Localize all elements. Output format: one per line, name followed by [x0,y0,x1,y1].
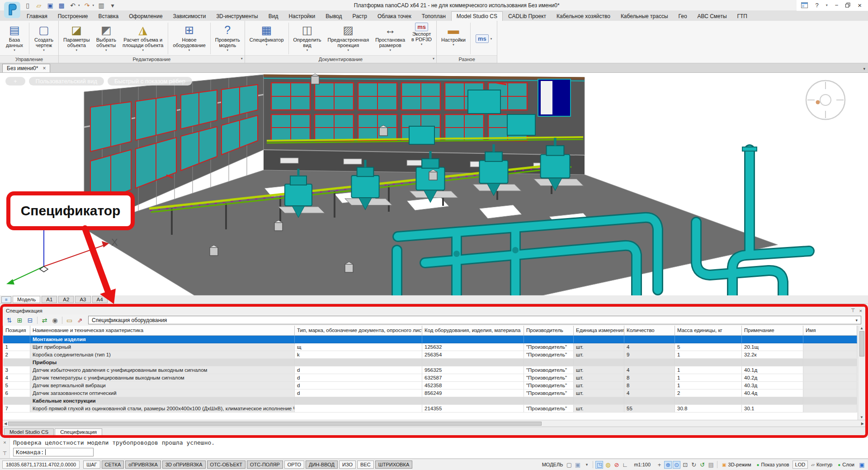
toggle-сетка[interactable]: СЕТКА [102,461,124,469]
cell-code[interactable]: 125632 [422,343,524,351]
dynamic-ucs-icon[interactable]: ∟ [621,461,629,469]
cell-pos[interactable]: 5 [3,381,30,389]
close-button[interactable]: × [858,1,862,9]
cell-vendor[interactable]: "Производитель" [524,389,574,397]
cell-vendor[interactable]: "Производитель" [524,351,574,358]
cell-mass[interactable] [675,358,742,366]
orbit-icon[interactable]: ↻ [690,461,698,469]
ribbon-tab-model-studio-cs[interactable]: Model Studio CS [451,11,503,21]
ribbon-tab-гтп[interactable]: ГТП [732,12,752,21]
cell-note[interactable]: 30.1 [742,404,803,412]
ribbon-tab-кабельные-трассы[interactable]: Кабельные трассы [616,12,673,21]
ribbon-tab-оформление[interactable]: Оформление [124,12,167,21]
annotation-scale[interactable]: m1:100 [634,462,651,467]
ribbon-tab-облака-точек[interactable]: Облака точек [373,12,416,21]
horizontal-scrollbar[interactable]: ◀ ▶ [3,420,865,427]
viewport-3d[interactable]: Z X +Пользовательский видБыстрый с показ… [0,73,868,295]
minimize-button[interactable]: − [835,2,839,9]
toggle-изо[interactable]: ИЗО [339,461,356,469]
database-button[interactable]: ▤База данных▾ [1,22,28,55]
new-equipment-button[interactable]: ⊞Новое оборудование▾ [170,22,208,55]
toggle-вес[interactable]: ВЕС [357,461,374,469]
cell-code[interactable] [422,358,524,366]
space-label[interactable]: МОДЕЛЬ [542,462,563,467]
cell-unit[interactable] [574,358,624,366]
create-drawing-button[interactable]: ▢Создать чертеж▾ [31,22,57,55]
cell-mass[interactable] [675,335,742,343]
toggle-дин-ввод[interactable]: ДИН-ВВОД [306,461,338,469]
cell-mark[interactable]: щ [295,343,422,351]
cell-note[interactable]: 32.2к [742,351,803,358]
command-input[interactable]: Команда: [13,448,94,456]
cell-name[interactable]: Коробка соединительная (тип 1) [30,351,295,358]
cell-vendor[interactable]: "Производитель" [524,374,574,381]
cell-pos[interactable]: 1 [3,343,30,351]
dimensions-button[interactable]: ↔Простановка размеров▾ [372,22,408,55]
cell-mark[interactable]: d [295,389,422,397]
toggle-3d-опривязка[interactable]: 3D оПРИВЯЗКА [162,461,206,469]
workspace-icon[interactable] [801,2,808,8]
cell-code[interactable]: 256354 [422,351,524,358]
specificator-button[interactable]: ▦Спецификатор▾ [246,22,287,55]
scroll-right-icon[interactable]: ▶ [861,422,864,426]
cell-objname[interactable] [803,374,857,381]
ribbon-tab-зависимости[interactable]: Зависимости [168,12,211,21]
cell-vendor[interactable]: "Производитель" [524,343,574,351]
cell-note[interactable]: 40.1д [742,366,803,374]
layout-list-icon[interactable]: ≡ [1,296,11,303]
cell-unit[interactable]: шт. [574,351,624,358]
scroll-left-icon[interactable]: ◀ [4,422,7,426]
cell-note[interactable] [742,358,803,366]
reload-icon[interactable]: ⇄ [40,316,49,325]
selection-cycling-icon[interactable]: ◳ [595,461,603,469]
cell-unit[interactable]: шт. [574,381,624,389]
lightbulb-icon[interactable]: ◍ [604,461,612,469]
cell-name[interactable]: Приборы [30,358,295,366]
volume-area-button[interactable]: ◮Расчет объема и площади объекта▾ [119,22,166,55]
ribbon-tab-кабельное-хозяйство[interactable]: Кабельное хозяйство [552,12,615,21]
column-header[interactable]: Код оборудования, изделия, материала [422,326,524,335]
panel-close-icon[interactable]: × [859,308,862,313]
print-icon[interactable]: ▥ [97,1,105,9]
cell-mass[interactable]: 5 [675,343,742,351]
zoom-window-icon[interactable]: ⊡ [681,461,689,469]
category-row[interactable]: Кабельные конструкции [3,397,857,404]
help-button[interactable]: ? [815,2,818,9]
customize-toolbar-icon[interactable]: ▾ [108,1,117,9]
cell-name[interactable]: Датчик вертикальной вибраци [30,381,295,389]
cell-objname[interactable] [803,381,857,389]
cell-qty[interactable]: 8 [624,374,675,381]
cell-name[interactable]: Датчик температуры с унифицированным вых… [30,374,295,381]
regen-icon[interactable]: ↺ [698,461,706,469]
undo-icon-caret[interactable]: ▾ [78,4,80,7]
cell-qty[interactable]: 55 [624,404,675,412]
cell-qty[interactable]: 4 [624,366,675,374]
preview-icon[interactable]: ◉ [50,316,60,325]
cell-vendor[interactable]: "Производитель" [524,381,574,389]
specification-panel-titlebar[interactable]: Спецификация ⊤ × [3,307,865,314]
command-pin-icon[interactable]: ⊤ [3,451,7,456]
cell-qty[interactable] [624,397,675,404]
cell-mark[interactable]: d [295,381,422,389]
cell-qty[interactable]: 9 [624,351,675,358]
panel-tab-model-studio-cs[interactable]: Model Studio CS [4,428,54,435]
select-objects-button[interactable]: ◩Выбрать объекты▾ [93,22,119,55]
cell-code[interactable] [422,335,524,343]
specification-type-combo[interactable]: Спецификация оборудования▾ [88,316,861,324]
cell-note[interactable] [742,335,803,343]
ribbon-tab-вывод[interactable]: Вывод [321,12,347,21]
cell-pos[interactable]: 7 [3,404,30,412]
table-row[interactable]: 2Коробка соединительная (тип 1)k256354"П… [3,351,857,358]
new-file-icon[interactable]: ▯ [24,1,32,9]
restore-button[interactable] [845,3,850,8]
export-pdf3d-button[interactable]: msЭкспорт в PDF3D▾ [408,22,435,55]
cell-qty[interactable]: 4 [624,389,675,397]
cell-vendor[interactable] [524,358,574,366]
add-view-button[interactable]: + [5,77,25,85]
cell-mark[interactable] [295,335,422,343]
monitor-icon[interactable]: ▣ [574,461,581,468]
viewport-lock-icon[interactable]: ▢ [565,461,573,468]
cell-code[interactable]: 956325 [422,366,524,374]
cell-note[interactable]: 40.2д [742,374,803,381]
toggle-шаг[interactable]: ШАГ [83,461,100,469]
